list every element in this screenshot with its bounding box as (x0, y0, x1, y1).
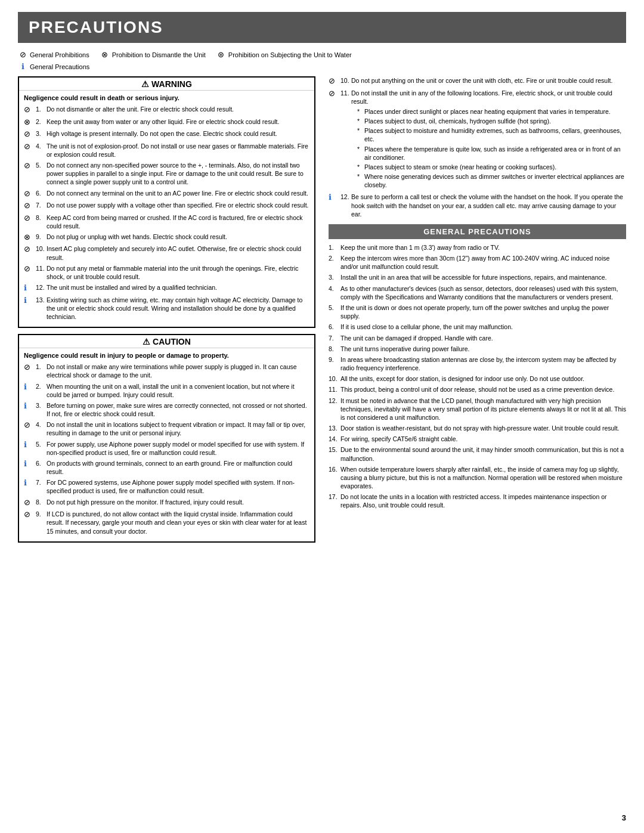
gp-item-7-num: 7. (329, 334, 340, 342)
caution-label: CAUTION (153, 337, 191, 346)
warning-item-2-num: 2. (36, 117, 47, 126)
gp-item-2: 2. Keep the intercom wires more than 30c… (329, 254, 626, 271)
warning-notice: Negligence could result in death or seri… (24, 94, 309, 101)
warning-header: ⚠ WARNING (19, 78, 314, 91)
warning-item-6-num: 6. (36, 189, 47, 197)
warning-item-1-num: 1. (36, 105, 47, 113)
gp-item-9-text: In areas where broadcasting station ante… (340, 355, 626, 372)
warning-item-7-icon: ⊘ (24, 200, 35, 211)
gp-item-2-text: Keep the intercom wires more than 30cm (… (340, 254, 626, 271)
legend-label-prohibitions: General Prohibitions (30, 51, 89, 58)
warning-item-4-icon: ⊘ (24, 141, 35, 152)
right-warning-item-10: ⊘ 10. Do not put anything on the unit or… (329, 76, 626, 86)
warning-item-4-text: The unit is not of explosion-proof. Do n… (47, 142, 309, 159)
warning-item-13: ℹ 13. Existing wiring such as chime wiri… (24, 296, 309, 321)
caution-item-9-num: 9. (36, 510, 47, 518)
right-column: ⊘ 10. Do not put anything on the unit or… (329, 76, 626, 549)
caution-item-6-num: 6. (36, 459, 47, 467)
legend-item-dismantle: ⊗ Prohibition to Dismantle the Unit (100, 50, 206, 60)
warning-triangle-icon: ⚠ (141, 79, 149, 89)
gp-item-3-num: 3. (329, 273, 340, 281)
gp-item-4-text: As to other manufacturer's devices (such… (340, 284, 626, 301)
water-icon: ⊛ (216, 50, 226, 60)
caution-item-7-text: For DC powered systems, use Aiphone powe… (47, 478, 309, 495)
gp-item-10: 10. All the units, except for door stati… (329, 374, 626, 383)
gp-item-10-num: 10. (329, 374, 340, 383)
caution-notice: Negligence could result in injury to peo… (24, 352, 309, 359)
caution-item-1-num: 1. (36, 363, 47, 371)
precautions-icon: ℹ (18, 62, 27, 72)
gp-item-13-text: Door station is weather-resistant, but d… (340, 424, 626, 432)
caution-item-5-icon: ℹ (24, 439, 35, 450)
warning-item-3: ⊘ 3. High voltage is present internally.… (24, 129, 309, 140)
right-warning-list: ⊘ 10. Do not put anything on the unit or… (329, 76, 626, 218)
gp-item-17-num: 17. (329, 493, 340, 501)
warning-item-6-text: Do not connect any terminal on the unit … (47, 189, 309, 197)
warning-item-11: ⊘ 11. Do not put any metal or flammable … (24, 264, 309, 281)
warning-item-10: ⊘ 10. Insert AC plug completely and secu… (24, 244, 309, 261)
caution-item-3-num: 3. (36, 401, 47, 410)
right-warning-12-text: Be sure to perform a call test or check … (351, 193, 626, 218)
warning-item-8-num: 8. (36, 213, 47, 222)
gp-item-14-text: For wiring, specify CAT5e/6 straight cab… (340, 435, 626, 443)
warning-item-1-text: Do not dismantle or alter the unit. Fire… (47, 105, 309, 113)
gp-item-12-num: 12. (329, 397, 340, 405)
gp-item-2-num: 2. (329, 254, 340, 262)
caution-item-8-text: Do not put high pressure on the monitor.… (47, 498, 309, 506)
warning-item-4-num: 4. (36, 142, 47, 150)
gp-item-16-text: When outside temperature lowers sharply … (340, 465, 626, 491)
caution-item-1-text: Do not install or make any wire terminat… (47, 363, 309, 379)
gp-item-6-text: If it is used close to a cellular phone,… (340, 323, 626, 331)
gp-item-4-num: 4. (329, 284, 340, 293)
warning-item-7-num: 7. (36, 201, 47, 209)
right-warning-10-text: Do not put anything on the unit or cover… (351, 76, 626, 85)
subitem-2: Places subject to dust, oil, chemicals, … (357, 117, 626, 125)
gp-item-15-num: 15. (329, 445, 340, 454)
gp-item-13: 13. Door station is weather-resistant, b… (329, 424, 626, 432)
gp-item-1-num: 1. (329, 243, 340, 252)
right-warning-11-icon: ⊘ (329, 88, 339, 99)
gp-item-9: 9. In areas where broadcasting station a… (329, 355, 626, 372)
gp-item-10-text: All the units, except for door station, … (340, 374, 626, 383)
caution-item-6-icon: ℹ (24, 459, 35, 469)
warning-item-2: ⊗ 2. Keep the unit away from water or an… (24, 117, 309, 128)
gp-item-16-num: 16. (329, 465, 340, 473)
gp-item-14: 14. For wiring, specify CAT5e/6 straight… (329, 435, 626, 443)
general-precautions-header: GENERAL PRECAUTIONS (329, 224, 626, 239)
caution-item-4-icon: ⊘ (24, 420, 35, 431)
gp-item-17-text: Do not locate the units in a location wi… (340, 493, 626, 509)
right-warning-11-text: Do not install the unit in any of the fo… (351, 89, 626, 191)
right-warning-12-num: 12. (340, 193, 351, 201)
gp-item-14-num: 14. (329, 435, 340, 443)
warning-item-13-num: 13. (36, 296, 47, 304)
warning-item-12-num: 12. (36, 283, 47, 292)
gp-item-1: 1. Keep the unit more than 1 m (3.3') aw… (329, 243, 626, 252)
gp-item-11-num: 11. (329, 385, 340, 394)
legend-label-precautions: General Precautions (30, 63, 89, 70)
subitem-5: Places subject to steam or smoke (near h… (357, 163, 626, 171)
warning-item-7: ⊘ 7. Do not use power supply with a volt… (24, 201, 309, 211)
right-warning-12-icon: ℹ (329, 192, 339, 203)
warning-item-11-icon: ⊘ (24, 264, 35, 274)
warning-item-10-num: 10. (36, 244, 47, 253)
warning-item-12: ℹ 12. The unit must be installed and wir… (24, 283, 309, 293)
gp-item-1-text: Keep the unit more than 1 m (3.3') away … (340, 243, 626, 252)
general-precautions-list: 1. Keep the unit more than 1 m (3.3') aw… (329, 243, 626, 510)
dismantle-icon: ⊗ (100, 50, 110, 60)
warning-item-3-icon: ⊘ (24, 129, 35, 140)
caution-item-1: ⊘ 1. Do not install or make any wire ter… (24, 363, 309, 379)
caution-item-4-text: Do not install the unit in locations sub… (47, 420, 309, 437)
warning-box: ⚠ WARNING Negligence could result in dea… (18, 76, 315, 328)
warning-item-5-icon: ⊘ (24, 160, 35, 171)
warning-label: WARNING (151, 79, 192, 89)
right-warning-item-12: ℹ 12. Be sure to perform a call test or … (329, 193, 626, 218)
warning-item-8-icon: ⊘ (24, 213, 35, 224)
caution-item-6-text: On products with ground terminals, conne… (47, 459, 309, 476)
caution-item-8-icon: ⊘ (24, 497, 35, 508)
warning-item-10-icon: ⊘ (24, 244, 35, 255)
right-warning-item-11: ⊘ 11. Do not install the unit in any of … (329, 89, 626, 191)
legend-label-water: Prohibition on Subjecting the Unit to Wa… (228, 51, 352, 58)
caution-item-4-num: 4. (36, 420, 47, 429)
gp-item-7-text: The unit can be damaged if dropped. Hand… (340, 334, 626, 342)
warning-item-6: ⊘ 6. Do not connect any terminal on the … (24, 189, 309, 199)
